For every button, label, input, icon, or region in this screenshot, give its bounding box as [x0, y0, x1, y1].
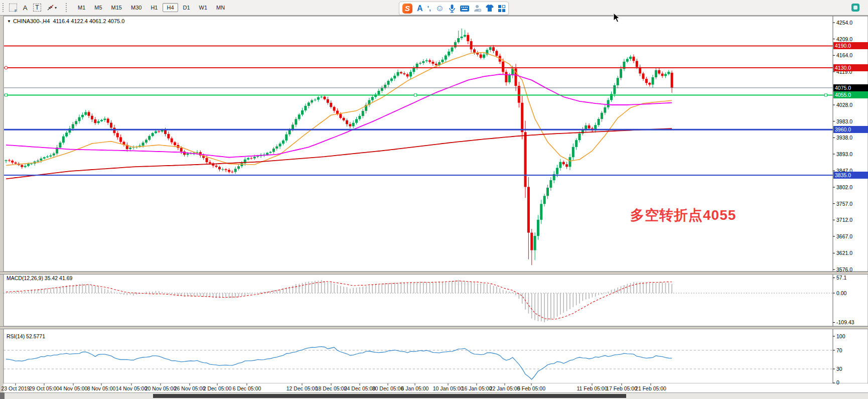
- candle-body: [256, 156, 259, 157]
- candle-body: [183, 152, 186, 155]
- candle-body: [390, 78, 393, 81]
- y-tick-label: 3802.0: [836, 184, 852, 190]
- candle-body: [275, 147, 278, 149]
- candle-body: [534, 236, 536, 250]
- scrollbar-thumb[interactable]: [153, 394, 626, 398]
- candle-body: [492, 47, 495, 51]
- pane-splitter[interactable]: [0, 326, 868, 329]
- candle-body: [428, 60, 431, 62]
- candle-body: [339, 114, 342, 118]
- candle-body: [556, 168, 558, 174]
- candle-body: [53, 154, 55, 156]
- chart-scrollbar[interactable]: [0, 392, 868, 399]
- scrollbar-corner: [0, 392, 5, 399]
- rsi-indicator-label: RSI(14) 52.5771: [7, 333, 45, 339]
- candle-body: [266, 153, 268, 155]
- level-handle[interactable]: [414, 94, 417, 96]
- candle-body: [88, 112, 90, 115]
- candle-body: [8, 160, 11, 161]
- candle-body: [282, 141, 284, 144]
- candle-body: [664, 74, 667, 76]
- level-handle[interactable]: [5, 66, 8, 69]
- date-label: 16 Jan 05:00: [462, 385, 492, 391]
- candle-body: [46, 157, 49, 158]
- level-handle[interactable]: [825, 94, 827, 96]
- candle-body: [530, 233, 533, 250]
- candle-body: [155, 131, 157, 133]
- candle-body: [393, 76, 396, 79]
- y-tick-label: 3621.0: [836, 250, 852, 256]
- y-tick-label: 3938.0: [836, 135, 852, 141]
- candle-body: [524, 132, 527, 187]
- candle-body: [626, 59, 629, 61]
- date-label: 18 Dec 05:00: [316, 385, 347, 391]
- candle-body: [632, 57, 635, 61]
- candle-body: [215, 166, 218, 167]
- candle-body: [540, 204, 542, 219]
- date-label: 17 Feb 05:00: [606, 385, 637, 391]
- candle-body: [505, 72, 507, 82]
- candle-body: [607, 100, 610, 107]
- date-label: 10 Jan 05:00: [433, 385, 464, 391]
- y-tick-label: 4028.0: [836, 102, 852, 108]
- candle-body: [629, 57, 632, 59]
- candle-body: [604, 107, 606, 113]
- date-label: 21 Feb 05:00: [635, 385, 666, 391]
- candle-body: [454, 42, 457, 47]
- candle-body: [49, 156, 52, 157]
- candle-body: [346, 120, 348, 124]
- date-label: 8 Nov 05:00: [87, 385, 116, 391]
- pane-splitter[interactable]: [0, 272, 868, 275]
- candle-body: [209, 162, 211, 163]
- candle-body: [377, 91, 380, 94]
- candle-body: [78, 117, 81, 121]
- chart-canvas[interactable]: [0, 0, 868, 399]
- candle-body: [546, 188, 549, 196]
- candle-body: [43, 157, 46, 159]
- price-badge: 4130.0: [833, 64, 868, 71]
- candle-body: [502, 62, 504, 72]
- candle-body: [655, 70, 657, 77]
- candle-body: [461, 37, 463, 38]
- date-label: 23 Oct 2019: [1, 385, 30, 391]
- candle-body: [62, 137, 65, 143]
- candle-body: [387, 81, 390, 85]
- candle-body: [327, 99, 329, 103]
- candle-body: [186, 154, 189, 155]
- mouse-cursor: [613, 13, 620, 25]
- candle-body: [145, 140, 148, 143]
- macd-pane[interactable]: [4, 274, 868, 326]
- candle-body: [171, 139, 173, 143]
- rsi-tick-label: 30: [836, 366, 842, 372]
- candle-body: [565, 164, 568, 167]
- candle-body: [174, 143, 176, 145]
- y-tick-label: 4209.0: [836, 36, 852, 42]
- candle-body: [269, 152, 272, 153]
- candle-body: [180, 148, 183, 152]
- candle-body: [371, 97, 374, 100]
- candle-body: [508, 75, 511, 82]
- ohlc-readout: 4116.4 4122.4 4061.2 4075.0: [53, 18, 124, 24]
- level-handle[interactable]: [5, 94, 8, 96]
- candle-body: [164, 130, 167, 134]
- candle-body: [549, 180, 552, 188]
- candle-body: [103, 119, 106, 120]
- candle-body: [671, 73, 673, 88]
- candle-body: [457, 38, 460, 42]
- candle-body: [37, 161, 39, 162]
- main-pane[interactable]: [4, 16, 868, 272]
- rsi-pane[interactable]: [4, 328, 868, 383]
- candle-body: [470, 41, 473, 49]
- candle-body: [588, 125, 591, 128]
- price-badge: 3960.0: [833, 126, 868, 133]
- candle-body: [381, 88, 383, 91]
- candle-body: [425, 60, 428, 61]
- candle-body: [225, 169, 227, 170]
- candle-body: [645, 79, 648, 83]
- candle-body: [661, 74, 664, 76]
- candle-body: [613, 85, 616, 94]
- candle-body: [409, 72, 412, 76]
- candle-body: [247, 158, 249, 160]
- candle-body: [431, 62, 434, 64]
- symbol-dropdown-icon[interactable]: ▼: [7, 19, 11, 24]
